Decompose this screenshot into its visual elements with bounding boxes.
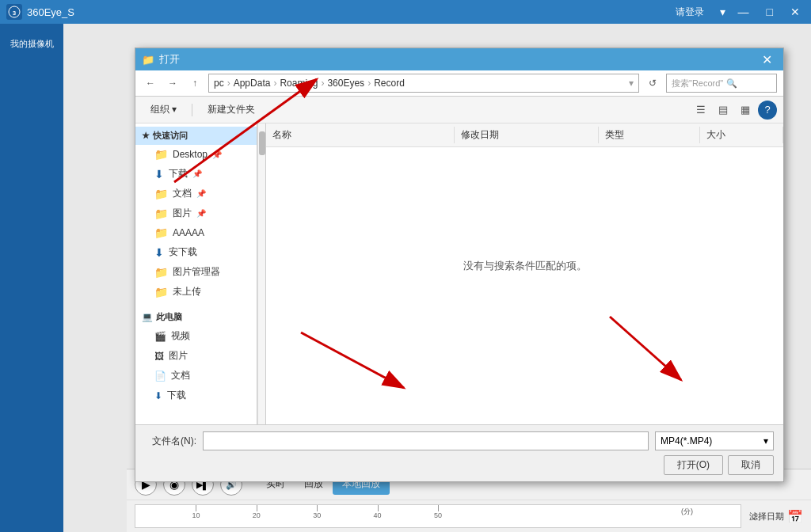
downloads-pin-icon: 📌	[192, 169, 202, 178]
up-button[interactable]: ↑	[186, 74, 204, 92]
sidebar: 我的摄像机	[0, 24, 63, 532]
file-dialog-footer: 文件名(N): MP4(*.MP4) ▾ 打开(O) 取消	[135, 424, 783, 481]
filename-label: 文件名(N):	[145, 435, 196, 448]
scrollbar-thumb[interactable]	[259, 131, 265, 155]
nav-item-anzaixia-label: 安下载	[169, 245, 197, 259]
pin-icon: 📌	[212, 150, 222, 159]
search-bar[interactable]: 搜索"Record" 🔍	[666, 74, 777, 93]
nav-spacer	[135, 302, 257, 308]
tick-label-10: 10	[192, 511, 200, 519]
breadcrumb-roaming: Roaming	[280, 78, 318, 89]
left-nav: ★ 快速访问 📁 Desktop 📌 ⬇ 下载 📌	[135, 124, 257, 424]
computer-icon: 💻	[142, 312, 153, 322]
file-list: 名称 修改日期 类型 大小 没有与搜索条件匹配的项。	[266, 124, 783, 424]
filter-date: 滤择日期 📅	[749, 509, 803, 524]
new-folder-button[interactable]: 新建文件夹	[199, 100, 264, 120]
file-open-dialog: 📁 打开 ✕ ← → ↑ pc › AppData › Roaming › 36…	[135, 48, 784, 482]
search-icon[interactable]: 🔍	[726, 78, 737, 89]
anzaixia-icon: ⬇	[154, 246, 164, 259]
nav-item-photos[interactable]: 🖼 图片	[135, 346, 257, 366]
tick-label-30: 30	[313, 511, 321, 519]
downloads-icon: ⬇	[154, 168, 164, 180]
toolbar-separator	[192, 104, 192, 116]
nav-item-downloads-label: 下载	[169, 167, 188, 180]
col-name-header[interactable]: 名称	[266, 127, 455, 143]
file-browser: ★ 快速访问 📁 Desktop 📌 ⬇ 下载 📌	[135, 124, 783, 424]
login-link[interactable]: 请登录	[676, 6, 704, 19]
nav-item-dl-label: 下载	[167, 389, 186, 402]
nav-item-uploaded-label: 未上传	[173, 285, 201, 298]
view-buttons: ☰ ▤ ▦ ?	[691, 101, 777, 120]
timeline-area: (分) 10 20 30 40 50	[127, 500, 811, 532]
imgmgr-folder-icon: 📁	[154, 266, 168, 279]
calendar-icon[interactable]: 📅	[787, 509, 803, 524]
this-pc-label: 此电脑	[156, 311, 182, 323]
nav-item-pictures[interactable]: 📁 图片 📌	[135, 203, 257, 223]
col-type-header[interactable]: 类型	[599, 127, 699, 143]
tick-label-50: 50	[434, 511, 442, 519]
dialog-close-button[interactable]: ✕	[757, 51, 777, 69]
view-tiles-button[interactable]: ▦	[736, 101, 755, 120]
tick-40	[378, 505, 379, 511]
nav-item-uploaded[interactable]: 📁 未上传	[135, 282, 257, 302]
docs-folder-icon: 📁	[154, 188, 168, 200]
nav-item-desktop-label: Desktop	[173, 149, 208, 160]
nav-item-anzaixia[interactable]: ⬇ 安下载	[135, 242, 257, 262]
tick-label-20: 20	[253, 511, 261, 519]
app-titlebar: 3 360Eye_S 请登录 ▾ — □ ✕	[0, 0, 811, 24]
nav-item-aaaaa[interactable]: 📁 AAAAA	[135, 223, 257, 242]
nav-item-video[interactable]: 🎬 视频	[135, 326, 257, 346]
desktop-folder-icon: 📁	[154, 148, 168, 161]
nav-item-imgmgr-label: 图片管理器	[173, 265, 220, 279]
nav-item-dl[interactable]: ⬇ 下载	[135, 386, 257, 405]
documents-folder-icon: 📄	[154, 370, 166, 382]
view-list-button[interactable]: ☰	[691, 101, 710, 120]
close-button[interactable]: ✕	[786, 4, 805, 20]
filetype-dropdown[interactable]: MP4(*.MP4) ▾	[655, 431, 774, 450]
aaaaa-folder-icon: 📁	[154, 226, 168, 239]
cancel-button[interactable]: 取消	[728, 455, 774, 475]
titlebar-left: 3 360Eye_S	[6, 4, 74, 20]
filename-input[interactable]	[203, 431, 649, 450]
nav-item-imgmgr[interactable]: 📁 图片管理器	[135, 262, 257, 282]
forward-button[interactable]: →	[164, 74, 181, 92]
nav-item-photos-label: 图片	[169, 349, 188, 363]
nav-item-downloads[interactable]: ⬇ 下载 📌	[135, 164, 257, 184]
organize-button[interactable]: 组织 ▾	[142, 100, 185, 120]
back-button[interactable]: ←	[142, 74, 159, 92]
nav-item-documents[interactable]: 📄 文档	[135, 366, 257, 386]
open-button[interactable]: 打开(O)	[664, 455, 723, 475]
timeline-ruler[interactable]: (分) 10 20 30 40 50	[135, 504, 741, 528]
signal-icon: ▾	[720, 6, 725, 18]
col-date-header[interactable]: 修改日期	[455, 127, 600, 143]
quick-access-section[interactable]: ★ 快速访问	[135, 127, 257, 145]
breadcrumb[interactable]: pc › AppData › Roaming › 360Eyes › Recor…	[208, 74, 639, 93]
tick-10	[196, 505, 196, 511]
breadcrumb-pc: pc	[214, 78, 224, 89]
photos-folder-icon: 🖼	[154, 351, 164, 362]
this-pc-section[interactable]: 💻 此电脑	[135, 308, 257, 326]
dialog-title-area: 📁 打开	[142, 52, 180, 66]
file-empty-message: 没有与搜索条件匹配的项。	[266, 147, 783, 385]
breadcrumb-appdata: AppData	[234, 78, 271, 89]
left-nav-scrollbar[interactable]	[257, 124, 265, 424]
tick-50	[438, 505, 439, 511]
left-nav-wrapper: ★ 快速访问 📁 Desktop 📌 ⬇ 下载 📌	[135, 124, 266, 424]
view-details-button[interactable]: ▤	[714, 101, 733, 120]
nav-item-documents-label: 文档	[171, 369, 190, 382]
refresh-button[interactable]: ↺	[644, 74, 661, 92]
star-icon: ★	[142, 131, 150, 141]
nav-item-video-label: 视频	[171, 329, 190, 343]
sidebar-item-camera[interactable]: 我的摄像机	[0, 32, 63, 56]
nav-item-aaaaa-label: AAAAA	[173, 227, 204, 238]
maximize-button[interactable]: □	[762, 4, 778, 20]
time-unit: (分)	[681, 507, 693, 517]
nav-item-docs[interactable]: 📁 文档 📌	[135, 184, 257, 203]
help-button[interactable]: ?	[758, 101, 777, 120]
docs-pin-icon: 📌	[196, 189, 206, 198]
folder-icon: 📁	[142, 54, 154, 66]
col-size-header[interactable]: 大小	[700, 127, 783, 143]
nav-item-desktop[interactable]: 📁 Desktop 📌	[135, 145, 257, 164]
nav-item-pictures-label: 图片	[173, 207, 192, 220]
minimize-button[interactable]: —	[733, 4, 754, 20]
